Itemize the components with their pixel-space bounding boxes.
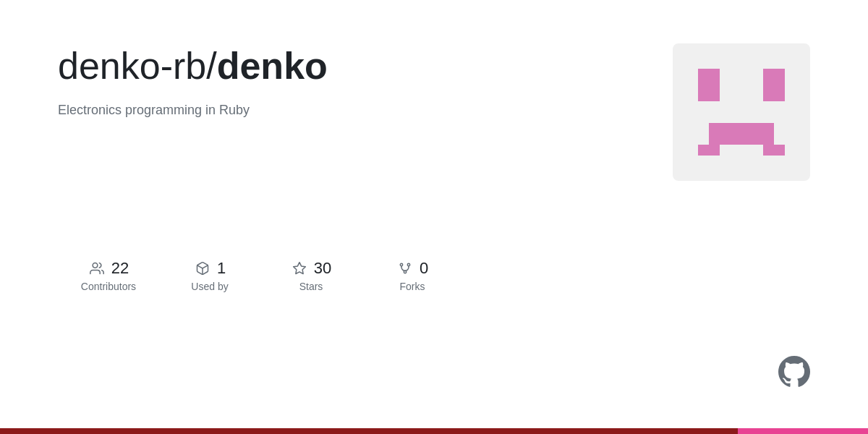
package-icon xyxy=(194,260,211,277)
title-section: denko-rb/denko Electronics programming i… xyxy=(58,43,644,118)
repo-description: Electronics programming in Ruby xyxy=(58,103,644,118)
stat-stars-top: 30 xyxy=(291,259,331,278)
svg-rect-0 xyxy=(698,69,720,101)
used-by-count: 1 xyxy=(217,259,226,278)
stats-row: 22 Contributors 1 Used by xyxy=(58,253,810,298)
stat-contributors-top: 22 xyxy=(88,259,129,278)
repo-title: denko-rb/denko xyxy=(58,43,644,88)
svg-rect-3 xyxy=(698,145,720,156)
svg-rect-1 xyxy=(763,69,785,101)
stat-stars[interactable]: 30 Stars xyxy=(260,253,362,298)
svg-rect-2 xyxy=(709,123,774,145)
forks-label: Forks xyxy=(400,281,425,292)
repo-name: denko xyxy=(217,45,328,87)
bottom-bar xyxy=(0,428,868,434)
svg-point-5 xyxy=(93,263,98,268)
github-icon-wrapper[interactable] xyxy=(778,356,810,391)
pixel-art-logo xyxy=(687,58,796,166)
forks-count: 0 xyxy=(420,259,428,278)
stars-label: Stars xyxy=(299,281,323,292)
stat-used-by-top: 1 xyxy=(194,259,226,278)
star-icon xyxy=(291,260,308,277)
stat-used-by[interactable]: 1 Used by xyxy=(159,253,260,298)
fork-icon xyxy=(396,260,414,277)
header-row: denko-rb/denko Electronics programming i… xyxy=(58,43,810,181)
contributors-count: 22 xyxy=(111,259,129,278)
svg-marker-7 xyxy=(293,263,305,274)
stat-forks-top: 0 xyxy=(396,259,428,278)
repo-owner: denko-rb/ xyxy=(58,45,217,87)
stars-count: 30 xyxy=(314,259,331,278)
stat-contributors[interactable]: 22 Contributors xyxy=(58,253,159,298)
repo-logo xyxy=(673,43,810,181)
people-icon xyxy=(88,260,106,277)
contributors-label: Contributors xyxy=(81,281,136,292)
svg-rect-4 xyxy=(763,145,785,156)
stat-forks[interactable]: 0 Forks xyxy=(362,253,463,298)
used-by-label: Used by xyxy=(191,281,228,292)
github-icon xyxy=(778,356,810,388)
main-content: denko-rb/denko Electronics programming i… xyxy=(0,0,868,298)
